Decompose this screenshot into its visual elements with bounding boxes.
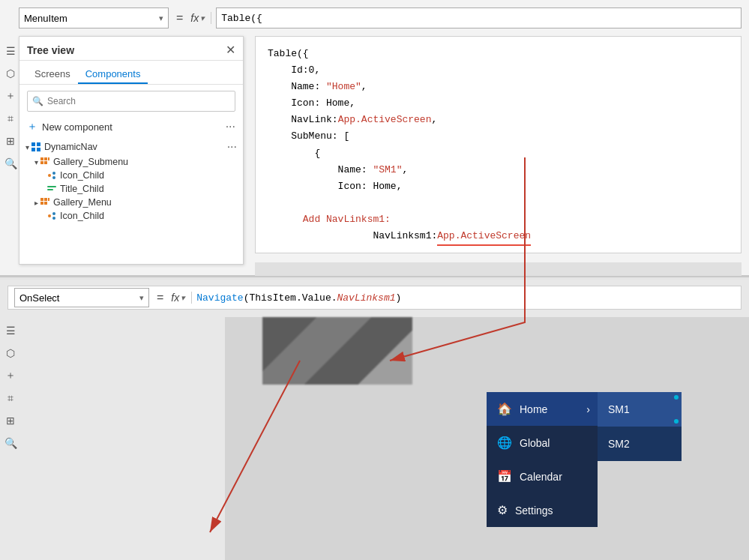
navigate-param: ThisItem.Value. — [249, 292, 337, 304]
code-line-1: Table({ — [268, 46, 729, 62]
fx-chevron-top: ▾ — [200, 13, 205, 23]
tree-item-icon-child-top[interactable]: Icon_Child — [19, 169, 243, 182]
tree-more-dynamicnav-top[interactable]: ··· — [224, 140, 240, 154]
new-component-top[interactable]: ＋ New component ··· — [19, 118, 243, 136]
sub-label-sm2: SM2 — [608, 438, 630, 450]
top-panel-bottom-edge — [255, 262, 742, 276]
tree-item-title-child-top[interactable]: Title_Child — [19, 182, 243, 196]
icon-gallery-submenu-top — [40, 157, 50, 167]
canvas-area-bottom: 🏠 Home › 🌐 Global 📅 — [225, 317, 749, 560]
svg-rect-5 — [44, 157, 47, 160]
nav-sub-col: SM1 SM2 — [598, 392, 682, 461]
tree-item-label-icon-child-top: Icon_Child — [60, 170, 240, 181]
svg-rect-14 — [40, 198, 43, 201]
svg-rect-17 — [40, 202, 43, 205]
svg-rect-13 — [47, 189, 53, 190]
top-panel: ☰ ⬡ ＋ ⌗ ⊞ 🔍 MenuItem ▾ = fx ▾ Table({ Tr… — [0, 0, 749, 277]
fx-chevron-bottom: ▾ — [181, 293, 185, 303]
sidebar-icon-plus[interactable]: ＋ — [3, 88, 18, 103]
svg-rect-7 — [40, 161, 43, 164]
tree-tabs-top: Screens Components — [19, 61, 243, 85]
nav-item-settings[interactable]: ⚙ Settings — [487, 493, 598, 527]
nav-arrow-home: › — [586, 403, 590, 415]
sub-dot-tl — [674, 395, 679, 400]
bottom-panel: ☰ ⬡ ＋ ⌗ ⊞ 🔍 OnSelect ▾ = fx ▾ Navigate(T… — [0, 280, 749, 560]
formula-content-top[interactable]: Table({ — [216, 7, 742, 28]
icon-dynamicnav-top — [31, 142, 41, 152]
tree-item-label-gallery-submenu-top: Gallery_Submenu — [53, 157, 240, 167]
nav-item-calendar[interactable]: 📅 Calendar — [487, 460, 598, 493]
navigate-paren2: ) — [396, 292, 402, 304]
sidebar-icon-components-bottom[interactable]: ⊞ — [3, 413, 18, 428]
tree-item-icon-child2-top[interactable]: Icon_Child — [19, 209, 243, 223]
formula-dropdown-top[interactable]: MenuItem ▾ — [19, 7, 169, 28]
sub-dot-bl — [674, 419, 679, 424]
svg-rect-16 — [48, 198, 49, 201]
nav-main-col: 🏠 Home › 🌐 Global 📅 — [487, 392, 598, 527]
sidebar-icon-menu[interactable]: ☰ — [3, 43, 18, 58]
more-dots-nc-top[interactable]: ··· — [226, 120, 235, 133]
formula-dropdown-bottom[interactable]: OnSelect ▾ — [14, 288, 149, 307]
formula-text-top: Table({ — [221, 13, 262, 24]
nav-label-global: Global — [520, 437, 550, 449]
code-line-2: Id:0, — [268, 62, 729, 79]
svg-rect-18 — [44, 202, 47, 205]
svg-rect-8 — [44, 161, 47, 164]
search-input-top[interactable] — [27, 91, 235, 112]
search-icon-top: 🔍 — [32, 96, 43, 106]
canvas-blur-area — [262, 317, 412, 385]
sidebar-icon-search[interactable]: 🔍 — [3, 156, 18, 171]
tree-item-gallery-submenu-top[interactable]: ▾ Gallery_Submenu — [19, 155, 243, 169]
sidebar-icon-search-bottom[interactable]: 🔍 — [3, 436, 18, 451]
sidebar-icon-components[interactable]: ⊞ — [3, 133, 18, 148]
navlinksm1-value-1: App.ActiveScreen — [437, 228, 531, 246]
svg-rect-6 — [48, 157, 49, 160]
dropdown-chevron-bottom: ▾ — [139, 293, 144, 303]
add-navlinksm1-label: Add NavLinksm1: — [303, 214, 391, 225]
sidebar-icon-cursor-bottom[interactable]: ⌗ — [3, 391, 18, 406]
tree-view-top: Tree view ✕ Screens Components 🔍 ＋ New c… — [19, 36, 244, 265]
sidebar-icon-layers[interactable]: ⬡ — [3, 66, 18, 81]
tree-close-top[interactable]: ✕ — [226, 43, 235, 57]
tree-item-label-icon-child2-top: Icon_Child — [60, 211, 240, 221]
caret-gallery-menu-top: ▸ — [34, 199, 38, 207]
sidebar-icon-cursor[interactable]: ⌗ — [3, 111, 18, 126]
icon-icon-child2-top — [46, 211, 57, 221]
tab-screens-top[interactable]: Screens — [27, 65, 78, 84]
fx-label-top: fx — [190, 12, 199, 24]
code-line-4: Icon: Home, — [268, 95, 729, 112]
code-line-8: Name: "SM1", — [268, 162, 729, 178]
formula-eq-bottom: = — [154, 291, 166, 304]
sidebar-icon-layers-bottom[interactable]: ⬡ — [3, 346, 18, 361]
new-component-label-top: New component — [42, 121, 112, 133]
code-line-5: NavLink:App.ActiveScreen, — [268, 112, 729, 128]
tree-item-dynamicnav-top[interactable]: ▾ DynamicNav ··· — [19, 139, 243, 155]
caret-gallery-submenu-top: ▾ — [34, 158, 38, 166]
svg-point-21 — [52, 217, 55, 220]
code-panel-top[interactable]: Table({ Id:0, Name: "Home", Icon: Home, … — [255, 36, 742, 253]
svg-rect-2 — [31, 148, 35, 151]
sub-item-sm1[interactable]: SM1 — [598, 392, 682, 427]
nav-item-home[interactable]: 🏠 Home › — [487, 392, 598, 426]
formula-eq-top: = — [173, 11, 186, 25]
tree-item-gallery-menu-top[interactable]: ▸ Gallery_Menu — [19, 196, 243, 209]
tree-search-top: 🔍 — [27, 91, 235, 112]
icon-title-child-top — [46, 184, 57, 194]
tree-header-top: Tree view ✕ — [19, 37, 243, 61]
tab-components-top[interactable]: Components — [78, 65, 148, 84]
formula-dropdown-label: MenuItem — [24, 13, 67, 24]
sidebar-icon-menu-bottom[interactable]: ☰ — [3, 323, 18, 338]
nav-item-global[interactable]: 🌐 Global — [487, 426, 598, 460]
code-line-10: Add NavLinksm1: NavLinksm1:App.ActiveScr… — [268, 195, 729, 253]
tree-item-label-gallery-menu-top: Gallery_Menu — [53, 197, 240, 208]
formula-bar-top: MenuItem ▾ = fx ▾ Table({ — [19, 6, 742, 30]
svg-point-19 — [48, 214, 51, 217]
nav-icon-settings: ⚙ — [497, 503, 508, 517]
sidebar-icon-plus-bottom[interactable]: ＋ — [3, 368, 18, 383]
formula-content-bottom[interactable]: Navigate(ThisItem.Value.NavLinksm1) — [196, 292, 735, 304]
formula-fx-bottom: fx ▾ — [171, 292, 192, 304]
svg-rect-12 — [47, 186, 56, 187]
sub-item-sm2[interactable]: SM2 — [598, 427, 682, 461]
tree-items-top: ▾ DynamicNav ··· ▾ Gallery_Submenu Icon_… — [19, 136, 243, 226]
nav-icon-calendar: 📅 — [497, 469, 512, 484]
